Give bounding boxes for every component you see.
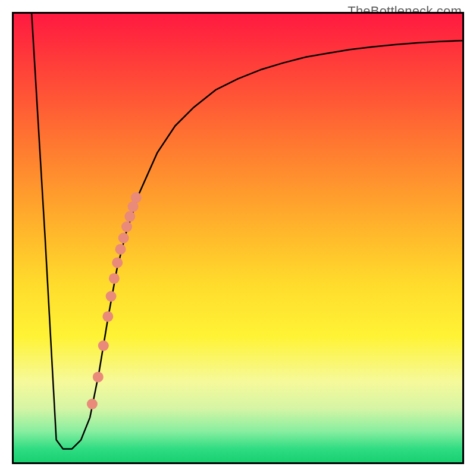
data-marker [124, 211, 135, 222]
chart-svg [14, 14, 462, 462]
chart-container: TheBottleneck.com [0, 0, 476, 476]
data-marker [106, 291, 117, 302]
data-marker [115, 244, 126, 255]
data-marker [93, 372, 104, 383]
data-marker [112, 258, 123, 268]
data-marker [98, 340, 109, 351]
data-marker [121, 221, 132, 232]
data-marker [109, 273, 120, 284]
data-markers [87, 192, 142, 409]
data-marker [118, 233, 129, 243]
data-marker [102, 311, 113, 322]
plot-area [12, 12, 464, 464]
bottleneck-curve [32, 14, 462, 449]
data-marker [87, 399, 98, 409]
data-marker [131, 192, 142, 203]
